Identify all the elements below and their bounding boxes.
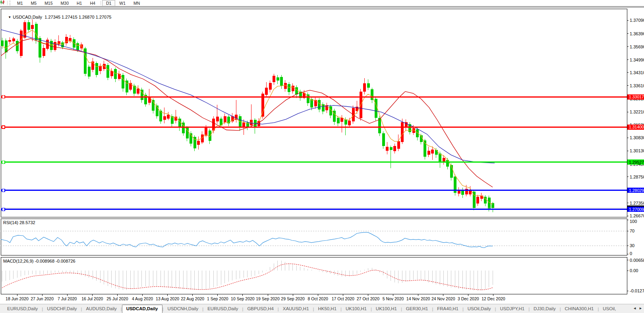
chart-canvas[interactable]: 1.370901.363901.356901.349901.343101.336… (0, 0, 644, 302)
chart-tab-USDJPY-H1[interactable]: USDJPY,H1 (496, 305, 528, 313)
svg-text:24 Nov 2020: 24 Nov 2020 (431, 296, 455, 301)
svg-text:-0.012758: -0.012758 (630, 288, 644, 293)
svg-text:13 Aug 2020: 13 Aug 2020 (156, 296, 179, 301)
svg-text:19 Sep 2020: 19 Sep 2020 (256, 296, 280, 301)
svg-text:100: 100 (630, 219, 637, 224)
hline-handle-1.29527[interactable] (2, 161, 5, 163)
collapse-caret[interactable]: ▼ (8, 15, 11, 19)
chart-tab-FRA40-H1[interactable]: FRA40,H1 (433, 305, 462, 313)
svg-text:10 Sep 2020: 10 Sep 2020 (231, 296, 255, 301)
svg-text:1.30130: 1.30130 (630, 148, 644, 153)
hline-handle-1.27009[interactable] (2, 208, 5, 211)
ohlc-values: 1.27345 1.27415 1.26870 1.27075 (44, 15, 111, 19)
svg-text:17 Oct 2020: 17 Oct 2020 (332, 296, 354, 301)
svg-text:5 Nov 2020: 5 Nov 2020 (383, 296, 404, 301)
price-tag-1.29527: 1.29527 (627, 159, 644, 165)
chart-tab-CHINA300-H1[interactable]: CHINA300,H1 (561, 305, 598, 313)
tab-scroll-buttons: ◄ ► (633, 306, 642, 310)
svg-text:18 Jun 2020: 18 Jun 2020 (6, 296, 29, 301)
symbol-period-label: USDCAD,Daily (13, 15, 42, 19)
hline-handle-1.33017[interactable] (2, 96, 5, 98)
svg-text:1.33610: 1.33610 (630, 83, 644, 88)
price-tag-1.31400: 1.31400 (627, 125, 644, 130)
svg-text:1.26670: 1.26670 (630, 213, 644, 218)
svg-text:30: 30 (630, 243, 634, 248)
price-tag-1.33017: 1.33017 (627, 94, 644, 100)
chart-tab-UK100-H1[interactable]: UK100,H1 (372, 305, 401, 313)
hline-handle-1.31400[interactable] (2, 126, 5, 129)
svg-text:14 Nov 2020: 14 Nov 2020 (406, 296, 430, 301)
chart-tab-HK50-H1[interactable]: HK50,H1 (314, 305, 340, 313)
chart-title: ▼USDCAD,Daily 1.27345 1.27415 1.26870 1.… (3, 10, 111, 24)
chart-tab-DJ30-Daily[interactable]: DJ30,Daily (530, 305, 560, 313)
rsi-pane[interactable] (1, 219, 627, 255)
svg-text:1.32210: 1.32210 (630, 109, 644, 114)
rsi-label: RSI(14) 28.5732 (3, 220, 35, 225)
svg-text:70: 70 (630, 229, 634, 233)
price-tag-1.27009: 1.27009 (627, 207, 644, 212)
svg-text:22 Aug 2020: 22 Aug 2020 (181, 296, 204, 301)
svg-text:7 Jul 2020: 7 Jul 2020 (58, 296, 77, 301)
svg-text:1.30830: 1.30830 (630, 135, 644, 140)
chart-tab-USDCNH-Daily[interactable]: USDCNH,Daily (163, 305, 202, 313)
svg-text:3 Dec 2020: 3 Dec 2020 (458, 296, 479, 301)
svg-text:27 Oct 2020: 27 Oct 2020 (357, 296, 379, 301)
chart-tab-GER30-H1[interactable]: GER30,H1 (402, 305, 432, 313)
svg-text:1.27350: 1.27350 (630, 201, 644, 205)
svg-text:27 Jun 2020: 27 Jun 2020 (31, 296, 54, 301)
hline-handle-1.28029[interactable] (2, 189, 5, 192)
chart-tab-EURUSD-Daily[interactable]: EURUSD,Daily (3, 305, 42, 313)
svg-text:1.29527: 1.29527 (629, 160, 644, 165)
svg-text:1.34310: 1.34310 (630, 70, 644, 75)
chart-tab-UK100-H1[interactable]: UK100,H1 (342, 305, 371, 313)
macd-pane[interactable] (1, 257, 627, 294)
svg-text:1.28029: 1.28029 (629, 188, 644, 193)
macd-label: MACD(12,26,9) -0.008968 -0.008726 (3, 259, 75, 263)
svg-text:0.00: 0.00 (630, 268, 638, 273)
svg-text:1.27009: 1.27009 (629, 207, 644, 212)
mt4-window: ▼ M1M5M15M30H1H4D1W1MN 1.370901.363901.3… (0, 0, 644, 313)
svg-text:1 Sep 2020: 1 Sep 2020 (207, 296, 228, 301)
chart-tab-USOil-Daily[interactable]: USOil,Daily (464, 305, 495, 313)
svg-text:29 Sep 2020: 29 Sep 2020 (281, 296, 305, 301)
svg-text:1.28750: 1.28750 (630, 175, 644, 179)
tab-scroll-right-icon[interactable]: ► (639, 306, 642, 310)
price-tag-1.28029: 1.28029 (627, 188, 644, 193)
svg-text:16 Jul 2020: 16 Jul 2020 (81, 296, 103, 301)
main-pane[interactable] (1, 9, 627, 217)
svg-text:1.37090: 1.37090 (630, 18, 644, 23)
chart-tab-USOil[interactable]: USOil, (599, 305, 620, 313)
chart-tab-XAUUSD-H1[interactable]: XAUUSD,H1 (279, 305, 313, 313)
svg-text:1.31400: 1.31400 (629, 125, 644, 129)
chart-tab-EURUSD-Daily[interactable]: EURUSD,Daily (203, 305, 242, 313)
svg-text:1.34990: 1.34990 (630, 58, 644, 62)
svg-text:12 Dec 2020: 12 Dec 2020 (482, 296, 505, 301)
date-axis: 18 Jun 202027 Jun 20207 Jul 202016 Jul 2… (6, 294, 505, 301)
svg-text:25 Jul 2020: 25 Jul 2020 (106, 296, 128, 301)
svg-text:1.33017: 1.33017 (629, 94, 644, 99)
svg-text:1.35690: 1.35690 (630, 44, 644, 49)
symbol-tab-bar: EURUSD,Daily|USDCHF,Daily|AUDUSD,Daily|U… (0, 304, 644, 313)
chart-tab-AUDUSD-Daily[interactable]: AUDUSD,Daily (82, 305, 120, 313)
tab-scroll-left-icon[interactable]: ◄ (633, 306, 636, 310)
chart-tab-USDCAD-Daily[interactable]: USDCAD,Daily (122, 305, 162, 313)
chart-tab-GBPUSD-H4[interactable]: GBPUSD,H4 (243, 305, 277, 313)
svg-text:8 Oct 2020: 8 Oct 2020 (308, 296, 329, 301)
svg-text:4 Aug 2020: 4 Aug 2020 (132, 296, 153, 301)
svg-text:1.36390: 1.36390 (630, 31, 644, 36)
svg-text:0: 0 (630, 251, 632, 256)
svg-text:0.006582: 0.006582 (630, 258, 644, 263)
chart-tab-USDCHF-Daily[interactable]: USDCHF,Daily (43, 305, 81, 313)
